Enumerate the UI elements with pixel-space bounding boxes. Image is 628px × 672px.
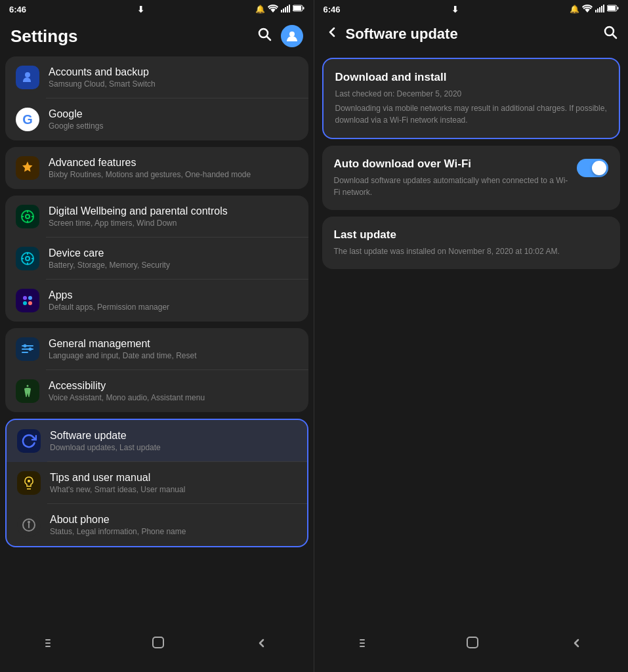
left-time: 6:46: [9, 5, 26, 14]
right-nav-bar: [314, 622, 629, 672]
settings-title: Settings: [10, 26, 78, 47]
right-back-button[interactable]: [558, 631, 596, 658]
svg-rect-7: [303, 7, 304, 10]
right-time: 6:46: [324, 5, 341, 14]
settings-group-4: General management Language and input, D…: [5, 328, 308, 412]
google-text: Google Google settings: [49, 108, 298, 131]
tips-icon: [17, 471, 41, 495]
settings-item-general[interactable]: General management Language and input, D…: [5, 328, 308, 370]
software-title: Software update: [50, 430, 297, 442]
svg-point-17: [23, 301, 27, 305]
svg-point-28: [28, 522, 30, 523]
left-nav-bar: [0, 622, 314, 672]
recent-apps-button[interactable]: [32, 631, 73, 658]
right-wifi-icon: [582, 5, 593, 14]
settings-item-tips[interactable]: Tips and user manual What's new, Smart i…: [7, 462, 307, 504]
auto-download-desc: Download software updates automatically …: [334, 175, 570, 198]
apps-text: Apps Default apps, Permission manager: [49, 289, 298, 312]
right-download-icon: ⬇: [451, 5, 459, 14]
settings-item-accounts[interactable]: Accounts and backup Samsung Cloud, Smart…: [5, 56, 308, 98]
settings-group-1: Accounts and backup Samsung Cloud, Smart…: [5, 56, 308, 140]
left-signal-icon: [281, 5, 290, 14]
svg-rect-6: [293, 6, 301, 10]
left-wifi-icon: [268, 5, 278, 14]
wellbeing-subtitle: Screen time, App timers, Wind Down: [49, 219, 298, 228]
device-subtitle: Battery, Storage, Memory, Security: [49, 261, 298, 270]
settings-item-advanced[interactable]: Advanced features Bixby Routines, Motion…: [5, 147, 308, 189]
svg-rect-33: [595, 10, 597, 12]
svg-point-16: [28, 296, 32, 300]
update-content: Download and install Last checked on: De…: [314, 52, 629, 622]
settings-item-device[interactable]: Device care Battery, Storage, Memory, Se…: [5, 238, 308, 280]
advanced-subtitle: Bixby Routines, Motions and gestures, On…: [49, 170, 298, 179]
general-text: General management Language and input, D…: [49, 338, 298, 360]
settings-item-google[interactable]: G Google Google settings: [5, 98, 308, 140]
accounts-subtitle: Samsung Cloud, Smart Switch: [49, 79, 298, 89]
auto-download-card[interactable]: Auto download over Wi-Fi Download softwa…: [322, 146, 621, 210]
right-page-title: Software update: [346, 26, 604, 43]
general-subtitle: Language and input, Date and time, Reset: [49, 351, 298, 360]
svg-rect-32: [153, 637, 163, 648]
general-icon: [16, 337, 39, 361]
right-status-icons: 🔔: [570, 5, 619, 14]
accessibility-icon: [16, 379, 39, 403]
about-text: About phone Status, Legal information, P…: [50, 514, 297, 536]
settings-group-5: Software update Download updates, Last u…: [5, 419, 308, 547]
accessibility-text: Accessibility Voice Assistant, Mono audi…: [49, 380, 298, 402]
right-search-button[interactable]: [603, 25, 618, 43]
home-button[interactable]: [138, 630, 178, 659]
svg-point-25: [28, 480, 30, 482]
google-icon: G: [16, 108, 39, 131]
svg-rect-35: [599, 7, 600, 12]
svg-rect-1: [283, 9, 284, 12]
apps-subtitle: Default apps, Permission manager: [49, 303, 298, 312]
accessibility-subtitle: Voice Assistant, Mono audio, Assistant m…: [49, 393, 298, 402]
download-install-card[interactable]: Download and install Last checked on: De…: [322, 58, 621, 139]
svg-rect-36: [601, 6, 602, 12]
svg-rect-2: [285, 7, 286, 12]
google-title: Google: [49, 108, 298, 120]
right-recent-button[interactable]: [346, 631, 387, 658]
apps-title: Apps: [49, 289, 298, 301]
tips-subtitle: What's new, Smart ideas, User manual: [50, 485, 297, 494]
back-button[interactable]: [243, 631, 281, 658]
svg-rect-0: [281, 10, 282, 12]
download-install-desc2: Downloading via mobile networks may resu…: [335, 102, 608, 126]
right-home-button[interactable]: [452, 630, 493, 659]
svg-rect-46: [467, 637, 478, 648]
download-install-item: Download and install Last checked on: De…: [324, 59, 619, 138]
left-alarm-icon: 🔔: [255, 5, 265, 14]
right-status-bar: 6:46 ⬇ 🔔: [314, 0, 629, 18]
user-avatar[interactable]: [281, 25, 303, 47]
last-update-desc: The last update was installed on Novembe…: [334, 245, 609, 257]
svg-rect-3: [287, 6, 288, 12]
svg-point-22: [24, 345, 26, 347]
about-title: About phone: [50, 514, 297, 526]
right-signal-icon: [595, 5, 604, 14]
settings-item-about[interactable]: About phone Status, Legal information, P…: [7, 504, 307, 546]
settings-item-apps[interactable]: Apps Default apps, Permission manager: [5, 280, 308, 322]
advanced-text: Advanced features Bixby Routines, Motion…: [49, 157, 298, 179]
google-subtitle: Google settings: [49, 121, 298, 131]
back-button-right[interactable]: [325, 25, 339, 43]
accounts-icon: [16, 66, 39, 89]
left-battery-icon: [293, 5, 304, 14]
auto-download-toggle[interactable]: [577, 159, 608, 177]
svg-rect-4: [289, 5, 290, 12]
search-button[interactable]: [257, 27, 272, 45]
settings-item-accessibility[interactable]: Accessibility Voice Assistant, Mono audi…: [5, 370, 308, 412]
last-update-card[interactable]: Last update The last update was installe…: [322, 217, 621, 269]
settings-list: Accounts and backup Samsung Cloud, Smart…: [0, 56, 314, 622]
settings-group-2: Advanced features Bixby Routines, Motion…: [5, 147, 308, 189]
device-title: Device care: [49, 247, 298, 259]
advanced-title: Advanced features: [49, 157, 298, 169]
auto-download-text: Auto download over Wi-Fi Download softwa…: [334, 158, 570, 198]
settings-group-3: Digital Wellbeing and parental controls …: [5, 196, 308, 322]
left-download-icon: ⬇: [137, 5, 144, 14]
software-subtitle: Download updates, Last update: [50, 443, 297, 452]
left-phone-panel: 6:46 ⬇ 🔔 Settings: [0, 0, 314, 672]
tips-title: Tips and user manual: [50, 472, 297, 484]
settings-item-software[interactable]: Software update Download updates, Last u…: [7, 420, 307, 462]
left-status-icons: 🔔: [255, 5, 304, 14]
settings-item-wellbeing[interactable]: Digital Wellbeing and parental controls …: [5, 196, 308, 238]
